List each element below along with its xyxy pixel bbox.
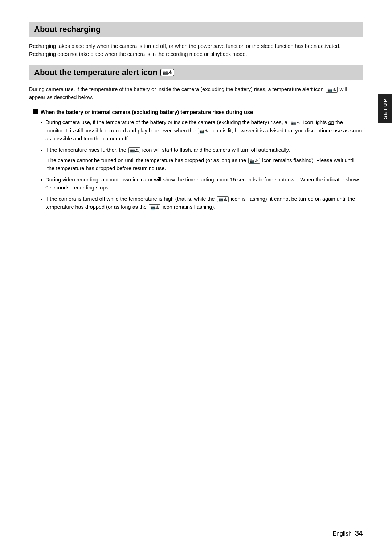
temp-alert-icon-sub2: 📷⚠ [128, 147, 140, 153]
on-text-2: on [315, 196, 321, 202]
temp-alert-icon-heading: 📷⚠ [160, 69, 174, 76]
temp-alert-icon-intro: 📷⚠ [326, 87, 338, 93]
temp-alert-icon-sub1a: 📷⚠ [290, 120, 301, 126]
sub-bullet-dot-1: • [41, 118, 42, 127]
side-tab: SETUP [378, 94, 392, 123]
bullet-content: When the battery or internal camera (exc… [41, 108, 363, 214]
section1-heading-bar: About recharging [29, 22, 363, 37]
temp-alert-icon-sub4b: 📷⚠ [149, 204, 160, 210]
sub-bullet-1-text: During camera use, if the temperature of… [45, 118, 363, 143]
sub-bullet-3-text: During video recording, a countdown indi… [45, 176, 363, 192]
section2-title: About the temperature alert icon [34, 68, 158, 77]
sub-bullet-dot-3: • [41, 176, 42, 184]
bullet-square-icon [33, 109, 38, 114]
sub-bullet-4: • If the camera is turned off while the … [41, 195, 363, 211]
sub-bullet-dot-4: • [41, 195, 42, 203]
sub-bullet-dot-2: • [41, 146, 42, 154]
sub-bullets: • During camera use, if the temperature … [41, 118, 363, 211]
section1-title: About recharging [34, 25, 358, 34]
sub-bullet-4-text: If the camera is turned off while the te… [45, 195, 363, 211]
section1-body: Recharging takes place only when the cam… [29, 42, 363, 58]
temp-alert-icon-cont: 📷⚠ [248, 158, 260, 164]
main-bullet-section: When the battery or internal camera (exc… [33, 108, 363, 214]
bullet-heading: When the battery or internal camera (exc… [41, 109, 253, 115]
section2-intro: During camera use, if the temperature of… [29, 85, 363, 102]
language-label: English [332, 531, 351, 537]
continuation-text: The camera cannot be turned on until the… [47, 156, 363, 173]
on-text: on [328, 119, 334, 125]
sub-bullet-2-text: If the temperature rises further, the 📷⚠… [45, 146, 363, 154]
footer: English 34 [332, 529, 363, 537]
section2-heading-bar: About the temperature alert icon 📷⚠ [29, 65, 363, 80]
sub-bullet-3: • During video recording, a countdown in… [41, 176, 363, 192]
sub-bullet-1: • During camera use, if the temperature … [41, 118, 363, 143]
main-bullet-item: When the battery or internal camera (exc… [33, 108, 363, 214]
temp-alert-icon-sub4a: 📷⚠ [217, 196, 229, 202]
page-content: About recharging Recharging takes place … [29, 22, 363, 214]
page-number: 34 [355, 529, 363, 537]
sub-bullet-2: • If the temperature rises further, the … [41, 146, 363, 154]
side-tab-label: SETUP [383, 98, 388, 119]
temp-alert-icon-sub1b: 📷⚠ [198, 128, 209, 134]
section2-intro-text: During camera use, if the temperature of… [29, 86, 324, 92]
